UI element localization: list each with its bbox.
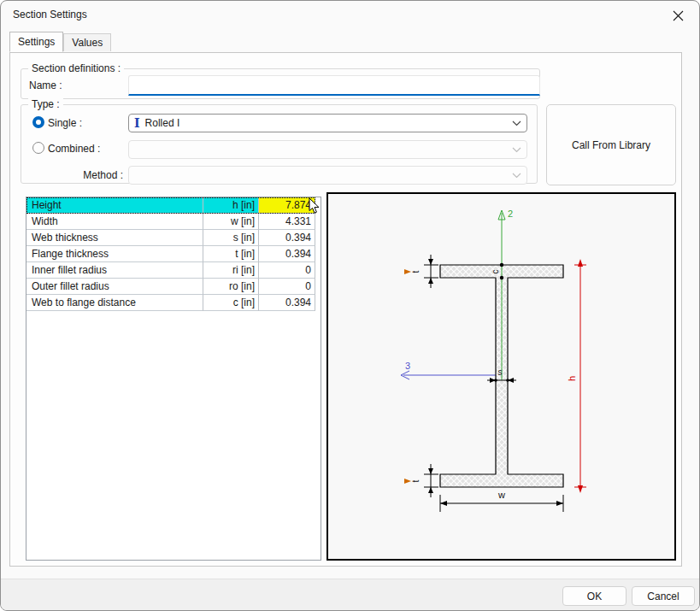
ok-button[interactable]: OK	[562, 586, 626, 606]
table-cell-symbol[interactable]: h [in]	[203, 197, 259, 214]
table-cell-value[interactable]: 0.394	[259, 230, 315, 246]
c-dimension-label: c	[491, 270, 500, 274]
tab-settings-label: Settings	[18, 36, 55, 48]
section-settings-dialog: Section Settings Settings Values Section…	[0, 0, 700, 611]
table-row[interactable]: Web to flange distancec [in]0.394	[26, 295, 315, 311]
table-cell-symbol[interactable]: ri [in]	[203, 262, 259, 279]
table-cell-name[interactable]: Width	[26, 214, 203, 230]
single-label: Single :	[48, 117, 82, 129]
close-icon	[673, 10, 684, 21]
chevron-down-icon	[512, 147, 521, 153]
name-input[interactable]	[128, 75, 540, 96]
table-cell-symbol[interactable]: w [in]	[203, 214, 259, 230]
combined-radio[interactable]	[32, 142, 44, 154]
s-dimension-label: s	[498, 367, 503, 377]
table-cell-value[interactable]: 0	[259, 262, 315, 279]
table-row[interactable]: Outer fillet radiusro [in]0	[26, 279, 315, 295]
call-from-library-label: Call From Library	[572, 139, 650, 151]
chevron-down-icon	[512, 173, 521, 179]
i-beam-diagram: 3 2 h w	[328, 194, 674, 559]
table-row[interactable]: Widthw [in]4.331	[26, 214, 315, 230]
axis-3-label: 3	[405, 361, 410, 371]
section-diagram: 3 2 h w	[326, 192, 676, 561]
table-row[interactable]: Web thicknesss [in]0.394	[26, 230, 315, 246]
single-section-dropdown[interactable]: I Rolled I	[128, 114, 527, 132]
table-cell-symbol[interactable]: ro [in]	[203, 279, 259, 295]
table-cell-name[interactable]: Web to flange distance	[26, 295, 203, 311]
properties-table-body: Heighth [in]7.874Widthw [in]4.331Web thi…	[26, 197, 321, 311]
h-dimension-label: h	[567, 376, 577, 381]
table-cell-value[interactable]: 7.874	[259, 197, 315, 214]
properties-table: Heighth [in]7.874Widthw [in]4.331Web thi…	[26, 197, 321, 561]
table-cell-name[interactable]: Flange thickness	[26, 246, 203, 262]
cancel-button-label: Cancel	[647, 590, 679, 602]
tab-strip: Settings Values	[9, 32, 111, 51]
table-cell-value[interactable]: 0	[259, 279, 315, 295]
table-row[interactable]: Heighth [in]7.874	[26, 197, 315, 214]
t-bottom-dimension-label: t	[411, 479, 421, 482]
w-dimension-label: w	[497, 490, 505, 500]
method-label: Method :	[44, 169, 123, 181]
dialog-title: Section Settings	[13, 9, 87, 21]
t-top-dimension-label: t	[411, 270, 421, 273]
close-button[interactable]	[665, 8, 691, 23]
table-row[interactable]: Inner fillet radiusri [in]0	[26, 262, 315, 279]
call-from-library-button[interactable]: Call From Library	[546, 104, 676, 185]
table-cell-value[interactable]: 4.331	[259, 214, 315, 230]
table-cell-symbol[interactable]: c [in]	[203, 295, 259, 311]
table-cell-value[interactable]: 0.394	[259, 246, 315, 262]
cancel-button[interactable]: Cancel	[632, 586, 695, 606]
chevron-down-icon	[512, 120, 521, 126]
table-cell-symbol[interactable]: t [in]	[203, 246, 259, 262]
table-cell-name[interactable]: Height	[26, 197, 203, 214]
table-cell-symbol[interactable]: s [in]	[203, 230, 259, 246]
combined-section-dropdown	[128, 140, 527, 159]
section-definitions-group-label: Section definitions :	[28, 62, 124, 74]
table-row[interactable]: Flange thicknesst [in]0.394	[26, 246, 315, 262]
single-radio[interactable]	[32, 116, 44, 128]
ok-button-label: OK	[587, 590, 602, 602]
tab-settings[interactable]: Settings	[9, 32, 63, 52]
axis-2-label: 2	[508, 209, 513, 219]
table-cell-name[interactable]: Outer fillet radius	[26, 279, 203, 295]
table-cell-value[interactable]: 0.394	[259, 295, 315, 311]
method-dropdown	[128, 166, 527, 185]
name-label: Name :	[29, 79, 62, 91]
cursor-arrow-icon	[309, 197, 321, 214]
dialog-footer: OK Cancel	[1, 579, 699, 610]
tab-values[interactable]: Values	[63, 33, 111, 51]
settings-tab-page: Section definitions : Name : Type : Sing…	[9, 52, 682, 567]
table-cell-name[interactable]: Inner fillet radius	[26, 262, 203, 279]
tab-values-label: Values	[72, 37, 103, 49]
i-section-icon: I	[134, 117, 140, 129]
combined-label: Combined :	[48, 143, 100, 155]
title-bar: Section Settings	[1, 1, 699, 28]
single-section-value: Rolled I	[145, 117, 180, 129]
type-group-label: Type :	[28, 98, 63, 110]
table-cell-name[interactable]: Web thickness	[26, 230, 203, 246]
